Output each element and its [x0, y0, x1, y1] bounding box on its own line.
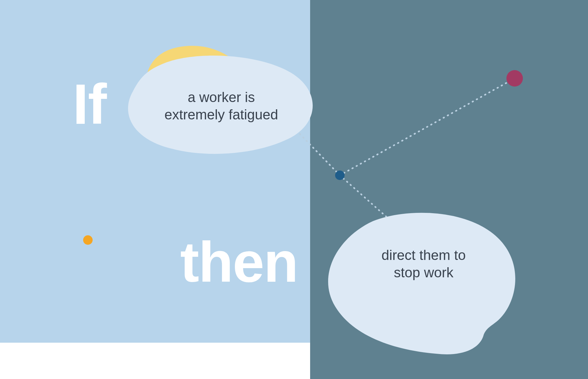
- then-action-line2: stop work: [394, 265, 453, 280]
- if-condition-line2: extremely fatigued: [164, 107, 278, 122]
- then-action-text: direct them to stop work: [360, 246, 487, 281]
- diagram-canvas: [0, 0, 588, 379]
- then-action-line1: direct them to: [382, 247, 466, 263]
- orange-dot: [83, 235, 93, 245]
- then-label: then: [180, 234, 298, 291]
- if-condition-text: a worker is extremely fatigued: [152, 88, 291, 123]
- graph-hub-node: [335, 171, 345, 180]
- graph-top-right-node: [506, 70, 523, 87]
- if-then-diagram: If then a worker is extremely fatigued d…: [0, 0, 588, 379]
- if-label: If: [73, 76, 106, 133]
- if-condition-line1: a worker is: [188, 89, 255, 105]
